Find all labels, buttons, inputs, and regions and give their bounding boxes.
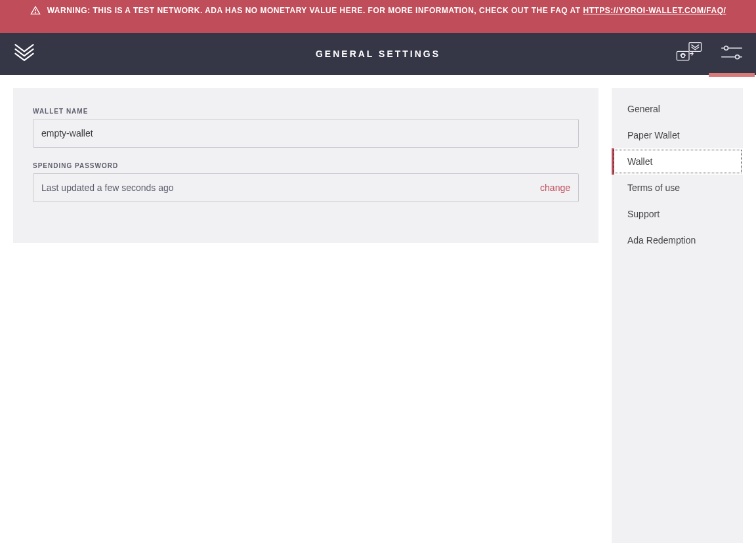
sidebar-item-general[interactable]: General: [612, 96, 743, 122]
spending-password-label: SPENDING PASSWORD: [33, 162, 579, 169]
warning-faq-link[interactable]: HTTPS://YOROI-WALLET.COM/FAQ/: [583, 6, 726, 15]
settings-sidebar: General Paper Wallet Wallet Terms of use…: [612, 88, 743, 543]
wallet-name-label: WALLET NAME: [33, 108, 579, 115]
warning-icon: [30, 5, 41, 20]
wallet-name-input[interactable]: [33, 119, 579, 148]
main: WALLET NAME SPENDING PASSWORD Last updat…: [0, 75, 756, 556]
spending-password-field: Last updated a few seconds ago change: [33, 173, 579, 202]
change-password-link[interactable]: change: [540, 182, 570, 193]
spending-password-status: Last updated a few seconds ago: [41, 182, 174, 193]
svg-point-4: [681, 54, 684, 58]
spending-password-group: SPENDING PASSWORD Last updated a few sec…: [33, 162, 579, 202]
wallet-switch-button[interactable]: [675, 30, 704, 78]
warning-banner: WARNING: THIS IS A TEST NETWORK. ADA HAS…: [0, 0, 756, 33]
sidebar-item-terms[interactable]: Terms of use: [612, 175, 743, 201]
warning-text: WARNING: THIS IS A TEST NETWORK. ADA HAS…: [47, 4, 726, 17]
wallet-name-group: WALLET NAME: [33, 108, 579, 148]
warning-prefix: WARNING:: [47, 6, 91, 15]
sidebar-item-support[interactable]: Support: [612, 201, 743, 227]
svg-rect-3: [677, 51, 689, 60]
sidebar-item-paper-wallet[interactable]: Paper Wallet: [612, 122, 743, 148]
svg-point-1: [35, 12, 35, 13]
yoroi-logo-icon[interactable]: [13, 41, 35, 66]
warning-body: THIS IS A TEST NETWORK. ADA HAS NO MONET…: [91, 6, 583, 15]
settings-content: WALLET NAME SPENDING PASSWORD Last updat…: [13, 88, 598, 243]
sidebar-item-wallet[interactable]: Wallet: [612, 148, 743, 175]
topbar: GENERAL SETTINGS: [0, 33, 756, 75]
sidebar-item-ada-redemption[interactable]: Ada Redemption: [612, 227, 743, 253]
topbar-actions: [675, 30, 743, 78]
svg-point-6: [724, 46, 728, 50]
settings-button[interactable]: [721, 32, 743, 76]
svg-point-8: [736, 55, 740, 59]
page-title: GENERAL SETTINGS: [0, 49, 756, 59]
